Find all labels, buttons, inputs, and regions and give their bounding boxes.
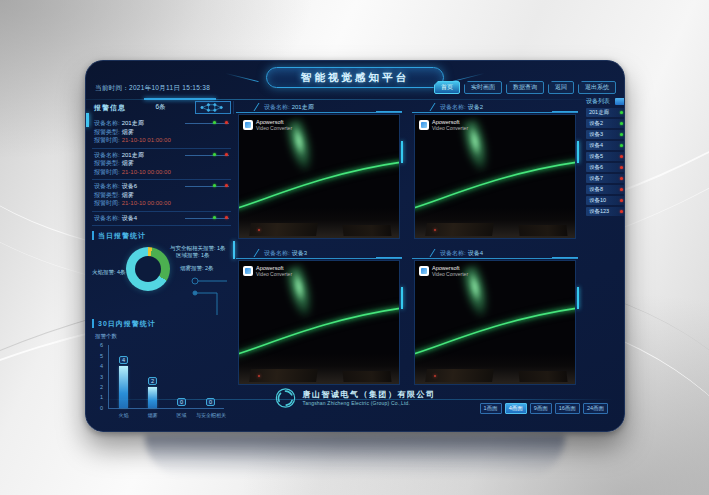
alarm-count-badge: 6条: [155, 103, 165, 112]
screen-layout-switcher: 1画面 4画面 9画面 16画面 24画面: [480, 403, 608, 414]
edge-accent: [86, 113, 89, 127]
alarm-sidebar: 报警信息 6条 设备名称:201走廊 报警类型:烟雾 报警时间:21-10-10…: [92, 101, 234, 114]
watermark-line2: Video Converter: [432, 125, 468, 131]
alarm-time-value: 21-10-10 00:00:00: [122, 200, 171, 206]
status-dot-offline: [620, 199, 623, 202]
video-feed[interactable]: Apowersoft Video Converter: [414, 114, 576, 239]
y-tick: 3: [100, 374, 103, 380]
alarm-time-label: 报警时间:: [94, 200, 120, 206]
status-dot-online: [620, 144, 623, 147]
device-label: 设备名称:: [94, 120, 120, 126]
device-list-item[interactable]: 设备3: [586, 130, 625, 139]
device-name: 设备6: [589, 164, 603, 171]
video-device-name: 设备4: [468, 250, 483, 256]
device-list-item[interactable]: 201走廊: [586, 108, 625, 117]
device-list-item[interactable]: 设备2: [586, 119, 625, 128]
device-value: 设备6: [122, 183, 137, 189]
device-list-item[interactable]: 设备8: [586, 185, 625, 194]
video-panel-3[interactable]: 设备名称:设备3 Apowersoft Video Converter: [236, 247, 402, 387]
device-list-item[interactable]: 设备4: [586, 141, 625, 150]
status-dot-offline: [620, 155, 623, 158]
panel-edge-accent: [401, 287, 403, 309]
watermark: Apowersoft Video Converter: [243, 265, 292, 277]
device-name: 设备5: [589, 153, 603, 160]
nav-button-query[interactable]: 数据查询: [506, 81, 544, 94]
machinery-block: [342, 225, 391, 236]
device-name: 设备2: [589, 120, 603, 127]
alarm-card[interactable]: 设备名称:设备4: [92, 212, 231, 227]
status-dot-offline: [620, 166, 623, 169]
device-list-item[interactable]: 设备5: [586, 152, 625, 161]
status-slider-decoration: [185, 185, 229, 188]
bar-value-label: 4: [119, 356, 128, 365]
video-panel-header: 设备名称:设备4: [412, 247, 578, 259]
bar-chart-y-axis-label: 报警个数: [95, 333, 117, 340]
bar-category-label: 火焰: [109, 412, 138, 418]
y-tick: 5: [100, 353, 103, 359]
watermark-line2: Video Converter: [256, 125, 292, 131]
today-stats-section: 当日报警统计 与安全帽相关报警: 1条 区域报警: 1条 烟雾报警: 2条 火焰…: [92, 231, 231, 317]
device-value: 201走廊: [122, 152, 144, 158]
view-button-1[interactable]: 1画面: [480, 403, 502, 414]
video-panel-4[interactable]: 设备名称:设备4 Apowersoft Video Converter: [412, 247, 578, 387]
company-branding: 唐山智诚电气（集团）有限公司 Tangshan Zhicheng Electri…: [275, 387, 436, 409]
alarm-card[interactable]: 设备名称:201走廊 报警类型:烟雾 报警时间:21-10-10 00:00:0…: [92, 149, 231, 181]
alarm-card[interactable]: 设备名称:设备6 报警类型:烟雾 报警时间:21-10-10 00:00:00: [92, 180, 231, 212]
status-dot-online: [620, 111, 623, 114]
alarm-type-label: 报警类型:: [94, 192, 120, 198]
alarm-time-value: 21-10-10 01:00:00: [122, 137, 171, 143]
panel-edge-accent: [577, 141, 579, 163]
view-button-16[interactable]: 16画面: [555, 403, 580, 414]
alarm-card[interactable]: 设备名称:201走廊 报警类型:烟雾 报警时间:21-10-10 01:00:0…: [92, 117, 231, 149]
bar-category-label: 烟雾: [138, 412, 167, 418]
watermark-icon: [243, 266, 253, 276]
device-name: 设备123: [589, 208, 609, 215]
watermark: Apowersoft Video Converter: [243, 119, 292, 131]
y-tick: 0: [100, 405, 103, 411]
company-name-cn: 唐山智诚电气（集团）有限公司: [303, 390, 436, 400]
nav-button-live[interactable]: 实时画面: [464, 81, 502, 94]
bar: [148, 387, 157, 408]
alarm-time-label: 报警时间:: [94, 169, 120, 175]
device-list-item[interactable]: 设备7: [586, 174, 625, 183]
video-feed[interactable]: Apowersoft Video Converter: [414, 260, 576, 385]
bar-category-label: 与安全帽相关: [196, 412, 225, 418]
panel-edge-accent: [401, 141, 403, 163]
machinery-block: [342, 371, 391, 382]
device-list-header: 设备列表: [586, 97, 625, 106]
video-wall: 设备名称:201走廊 Apowersoft Video Converter 设备…: [236, 101, 582, 397]
device-list-item[interactable]: 设备6: [586, 163, 625, 172]
device-label: 设备名称:: [264, 104, 290, 110]
alarm-list: 设备名称:201走廊 报警类型:烟雾 报警时间:21-10-10 01:00:0…: [92, 117, 231, 226]
device-list-item[interactable]: 设备10: [586, 196, 625, 205]
video-panel-1[interactable]: 设备名称:201走廊 Apowersoft Video Converter: [236, 101, 402, 241]
view-button-4[interactable]: 4画面: [505, 403, 527, 414]
video-device-name: 设备3: [292, 250, 307, 256]
bar: [119, 366, 128, 408]
video-feed[interactable]: Apowersoft Video Converter: [238, 260, 400, 385]
video-panel-2[interactable]: 设备名称:设备2 Apowersoft Video Converter: [412, 101, 578, 241]
page-title: 智能视觉感知平台: [267, 68, 443, 87]
company-logo: [275, 387, 297, 409]
device-list-item[interactable]: 设备123: [586, 207, 625, 216]
alarm-panel-title: 报警信息: [94, 103, 126, 113]
bar-value-label: 2: [148, 377, 157, 386]
nav-button-back[interactable]: 返回: [548, 81, 574, 94]
watermark-icon: [243, 120, 253, 130]
alarm-type-value: 烟雾: [122, 129, 134, 135]
nav-button-exit[interactable]: 退出系统: [578, 81, 616, 94]
alarm-type-label: 报警类型:: [94, 160, 120, 166]
device-label: 设备名称:: [440, 250, 466, 256]
y-tick: 2: [100, 384, 103, 390]
video-panel-header: 设备名称:设备3: [236, 247, 402, 259]
nav-button-home[interactable]: 首页: [434, 81, 460, 94]
monthly-stats-section: 30日内报警统计 报警个数 6 5 4 3 2 1 0 4 火焰 2 烟雾: [92, 319, 231, 427]
donut-callout-flame: 火焰报警: 4条: [92, 269, 122, 276]
device-name: 设备3: [589, 131, 603, 138]
network-nodes-icon: [195, 101, 231, 114]
view-button-24[interactable]: 24画面: [583, 403, 608, 414]
monthly-stats-title: 30日内报警统计: [92, 319, 231, 328]
device-list-accent-chip[interactable]: [615, 98, 625, 105]
video-feed[interactable]: Apowersoft Video Converter: [238, 114, 400, 239]
view-button-9[interactable]: 9画面: [530, 403, 552, 414]
